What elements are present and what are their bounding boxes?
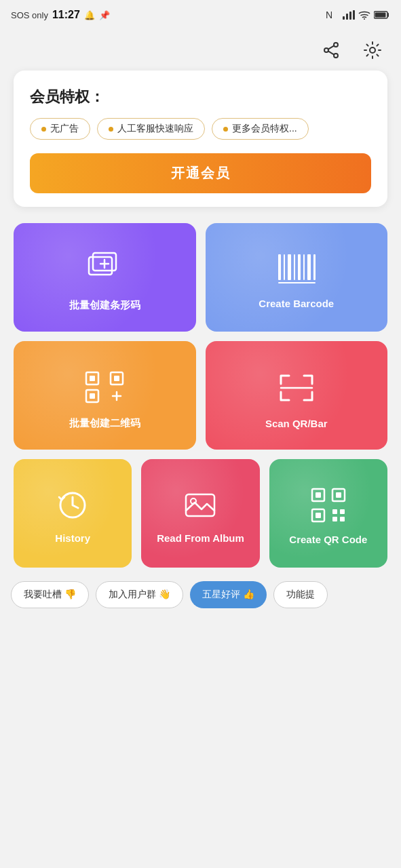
membership-title: 会员特权：	[30, 87, 371, 107]
history-icon	[55, 488, 90, 523]
perk-support: 人工客服快速响应	[97, 118, 205, 140]
batch-barcode-label: 批量创建条形码	[69, 299, 140, 312]
perk-support-label: 人工客服快速响应	[117, 123, 193, 135]
svg-rect-20	[288, 254, 291, 280]
membership-button[interactable]: 开通会员	[30, 153, 371, 193]
header-icons	[0, 30, 401, 71]
svg-rect-7	[375, 13, 386, 18]
perk-more-label: 更多会员特权...	[232, 123, 297, 135]
sos-text: SOS only	[11, 10, 48, 20]
perk-no-ads-label: 无广告	[50, 123, 79, 135]
feedback-button[interactable]: 我要吐槽 👎	[11, 581, 89, 608]
svg-text:N: N	[326, 9, 332, 20]
read-album-label: Read From Album	[157, 532, 244, 544]
svg-line-11	[328, 45, 335, 49]
signal-icon	[343, 10, 355, 20]
svg-rect-32	[90, 393, 95, 399]
svg-rect-26	[278, 282, 316, 283]
svg-rect-40	[316, 492, 321, 498]
create-barcode-label: Create Barcode	[259, 298, 334, 309]
svg-point-13	[370, 47, 375, 53]
svg-rect-21	[294, 254, 295, 280]
svg-rect-18	[278, 254, 281, 280]
join-group-button[interactable]: 加入用户群 👋	[96, 581, 183, 608]
battery-icon	[374, 11, 390, 19]
svg-rect-25	[313, 254, 316, 280]
svg-rect-37	[186, 494, 214, 516]
svg-rect-4	[353, 10, 355, 20]
batch-barcode-icon	[81, 249, 128, 290]
perk-dot	[41, 127, 46, 132]
album-icon	[183, 488, 218, 523]
svg-rect-47	[332, 517, 337, 521]
bell-icon: 🔔	[84, 10, 95, 20]
svg-rect-48	[340, 517, 345, 521]
main-grid: 批量创建条形码 Create Barcode	[0, 223, 401, 450]
five-star-button[interactable]: 五星好评 👍	[190, 581, 267, 608]
svg-point-8	[334, 43, 338, 47]
svg-rect-22	[298, 254, 301, 280]
svg-rect-19	[284, 254, 285, 280]
history-label: History	[55, 532, 90, 544]
pin-icon: 📌	[99, 10, 110, 20]
svg-line-12	[328, 51, 335, 54]
svg-rect-24	[307, 254, 311, 280]
status-right: N	[326, 9, 390, 21]
svg-rect-1	[343, 16, 345, 20]
create-qr-card[interactable]: Create QR Code	[269, 459, 387, 568]
batch-qr-icon	[81, 367, 128, 408]
membership-card: 会员特权： 无广告 人工客服快速响应 更多会员特权... 开通会员	[14, 71, 387, 207]
status-left: SOS only 11:27 🔔 📌	[11, 9, 110, 21]
svg-point-9	[324, 48, 328, 52]
nfc-icon: N	[326, 9, 339, 21]
status-time: 11:27	[52, 9, 80, 21]
svg-rect-46	[340, 509, 345, 514]
svg-rect-23	[303, 254, 305, 280]
bottom-row: History Read From Album	[0, 459, 401, 568]
perk-dot-2	[109, 127, 113, 132]
share-button[interactable]	[317, 35, 347, 65]
create-qr-label: Create QR Code	[289, 534, 367, 545]
create-qr-icon	[309, 486, 347, 524]
perk-no-ads: 无广告	[30, 118, 90, 140]
barcode-icon	[273, 251, 320, 288]
read-album-card[interactable]: Read From Album	[141, 459, 259, 568]
scan-icon	[273, 368, 320, 408]
history-card[interactable]: History	[14, 459, 132, 568]
perk-dot-3	[223, 127, 228, 132]
svg-rect-28	[90, 376, 95, 381]
create-barcode-card[interactable]: Create Barcode	[206, 223, 388, 332]
perk-more: 更多会员特权...	[212, 118, 309, 140]
svg-rect-2	[346, 14, 348, 20]
batch-qr-card[interactable]: 批量创建二维码	[14, 341, 196, 450]
scan-qr-card[interactable]: Scan QR/Bar	[206, 341, 388, 450]
svg-rect-44	[316, 513, 321, 518]
batch-qr-label: 批量创建二维码	[69, 417, 140, 430]
wifi-icon	[358, 10, 370, 20]
status-bar: SOS only 11:27 🔔 📌 N	[0, 0, 401, 30]
more-features-button[interactable]: 功能提	[273, 581, 328, 608]
batch-barcode-card[interactable]: 批量创建条形码	[14, 223, 196, 332]
svg-rect-3	[349, 12, 351, 20]
settings-button[interactable]	[358, 35, 387, 65]
bottom-buttons: 我要吐槽 👎 加入用户群 👋 五星好评 👍 功能提	[0, 581, 401, 608]
svg-point-10	[334, 54, 338, 58]
svg-rect-42	[336, 492, 341, 498]
scan-qr-label: Scan QR/Bar	[265, 418, 328, 429]
svg-rect-30	[114, 376, 119, 381]
svg-rect-45	[332, 509, 337, 514]
svg-point-5	[364, 18, 365, 20]
membership-perks: 无广告 人工客服快速响应 更多会员特权...	[30, 118, 371, 140]
